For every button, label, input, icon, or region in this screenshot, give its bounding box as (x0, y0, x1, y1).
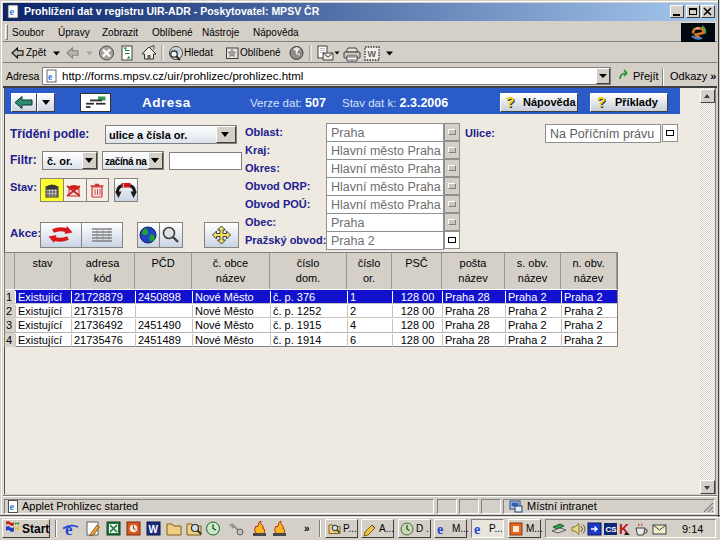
svg-text:CS: CS (606, 525, 618, 534)
svg-text:W: W (368, 49, 377, 59)
svg-text:e: e (10, 6, 15, 17)
svg-text:W: W (149, 524, 159, 535)
svg-text:e: e (437, 522, 443, 537)
svg-text:e: e (474, 522, 480, 537)
svg-text:e: e (65, 520, 73, 539)
svg-text:e: e (48, 72, 52, 82)
svg-text:e: e (10, 501, 15, 512)
svg-text:»: » (304, 523, 310, 534)
